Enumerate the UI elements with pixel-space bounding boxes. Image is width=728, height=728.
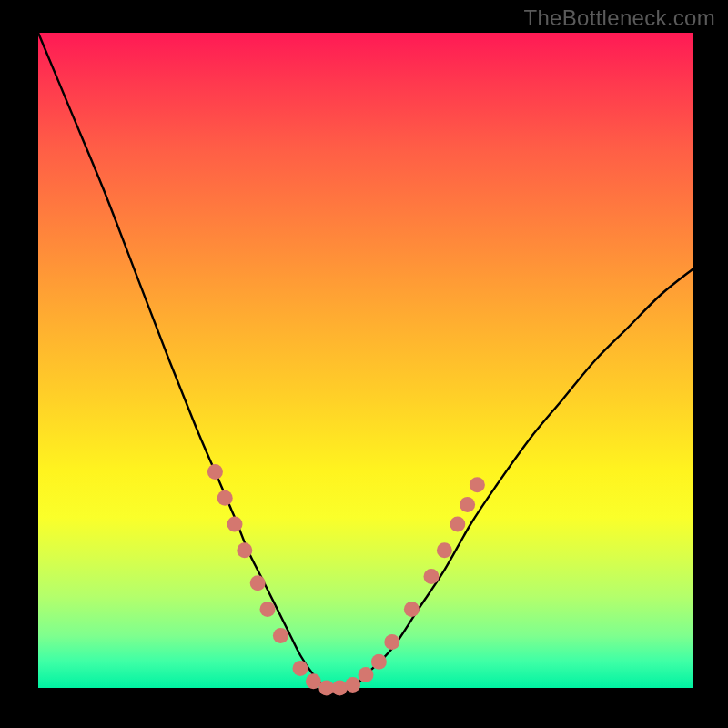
plot-area [38, 33, 693, 688]
marker-dot [470, 477, 485, 492]
marker-dot [345, 677, 360, 693]
highlight-dots [207, 464, 485, 696]
watermark-text: TheBottleneck.com [523, 5, 715, 31]
marker-dot [260, 602, 276, 617]
marker-dot [237, 542, 252, 558]
marker-dot [293, 661, 308, 676]
marker-dot [437, 542, 452, 558]
marker-dot [424, 569, 440, 584]
marker-dot [384, 634, 399, 650]
marker-dot [250, 575, 266, 591]
marker-dot [228, 517, 243, 532]
marker-dot [460, 497, 475, 512]
marker-dot [207, 464, 223, 480]
curve-svg [38, 33, 693, 688]
marker-dot [359, 667, 374, 682]
bottleneck-curve [38, 33, 693, 689]
marker-dot [217, 490, 233, 506]
chart-frame: TheBottleneck.com [0, 0, 728, 728]
marker-dot [404, 602, 420, 617]
marker-dot [371, 654, 387, 670]
marker-dot [332, 681, 348, 696]
marker-dot [450, 517, 465, 532]
marker-dot [273, 628, 288, 643]
marker-dot [306, 673, 321, 689]
